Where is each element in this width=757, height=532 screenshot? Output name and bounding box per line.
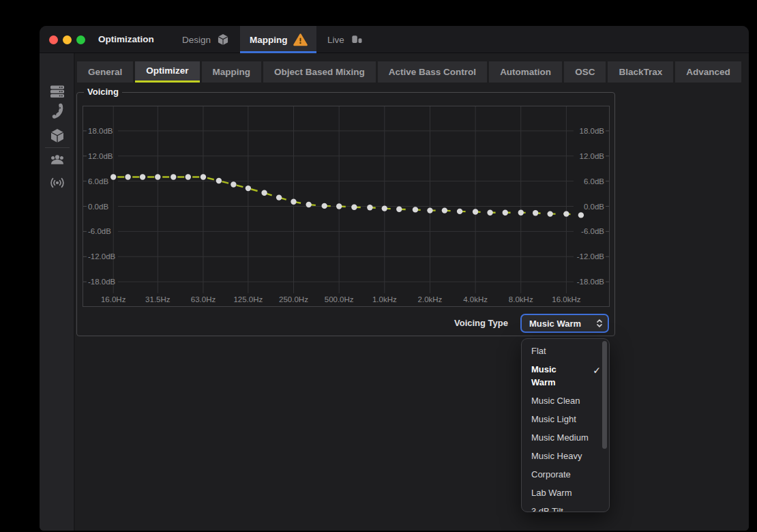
- curve-point[interactable]: [261, 190, 267, 196]
- curve-point[interactable]: [563, 211, 569, 216]
- curve-point[interactable]: [578, 212, 584, 218]
- voicing-type-label: Voicing Type: [440, 314, 508, 333]
- sidebar-divider: [45, 147, 70, 148]
- tab-active-bass-control[interactable]: Active Bass Control: [378, 61, 487, 83]
- curve-point[interactable]: [201, 174, 206, 179]
- curve-point[interactable]: [413, 207, 418, 212]
- curve-point[interactable]: [533, 210, 538, 216]
- curve-point[interactable]: [276, 194, 282, 200]
- menu-scrollbar-thumb[interactable]: [602, 341, 607, 449]
- titlebar-tab-design-label: Design: [182, 35, 211, 45]
- tab-object-based-mixing[interactable]: Object Based Mixing: [263, 61, 376, 83]
- x-tick-label: 31.5Hz: [145, 295, 170, 304]
- y-tick-label-left: -12.0dB: [88, 252, 116, 261]
- tab-general[interactable]: General: [77, 61, 133, 83]
- minimize-button[interactable]: [63, 35, 72, 44]
- curve-point[interactable]: [548, 211, 553, 216]
- sidebar-item-broadcast[interactable]: [49, 175, 65, 191]
- x-tick-label: 2.0kHz: [418, 295, 443, 304]
- curve-point[interactable]: [382, 205, 387, 211]
- x-tick-label: 16.0kHz: [552, 295, 580, 304]
- curve-point[interactable]: [110, 174, 116, 179]
- curve-point[interactable]: [427, 207, 432, 213]
- curve-point[interactable]: [140, 174, 145, 179]
- desktop-background: { "window": { "title": "Optimization" },…: [0, 0, 757, 532]
- x-tick-label: 1.0kHz: [372, 295, 397, 304]
- sidebar: [40, 53, 75, 531]
- curve-point[interactable]: [396, 207, 402, 212]
- menu-item-music-warm[interactable]: Music Warm ✓: [522, 360, 609, 391]
- voicing-type-selected-value: Music Warm: [529, 319, 596, 329]
- y-tick-label-left: -6.0dB: [88, 227, 111, 235]
- curve-point[interactable]: [231, 181, 236, 187]
- sidebar-item-amplifiers[interactable]: [49, 83, 65, 100]
- zoom-button[interactable]: [76, 35, 85, 44]
- curve-point[interactable]: [185, 174, 191, 179]
- curve-point[interactable]: [336, 203, 342, 209]
- menu-item-music-clean[interactable]: Music Clean: [522, 391, 609, 410]
- y-tick-label-left: 12.0dB: [88, 152, 113, 160]
- tab-mapping[interactable]: Mapping: [202, 61, 262, 83]
- menu-item-music-medium[interactable]: Music Medium: [522, 428, 609, 447]
- menu-item-corporate[interactable]: Corporate: [522, 465, 609, 484]
- voicing-group-label: Voicing: [84, 87, 122, 97]
- curve-point[interactable]: [473, 209, 478, 214]
- titlebar-tab-mapping[interactable]: Mapping: [240, 26, 316, 53]
- traffic-lights: [49, 26, 85, 53]
- curve-point[interactable]: [170, 174, 176, 179]
- tab-optimizer[interactable]: Optimizer: [135, 61, 199, 83]
- y-tick-label-right: 0.0dB: [584, 203, 604, 211]
- curve-point[interactable]: [306, 202, 312, 207]
- curve-point[interactable]: [503, 210, 508, 216]
- curve-point[interactable]: [291, 199, 296, 205]
- curve-point[interactable]: [322, 203, 327, 209]
- curve-point[interactable]: [155, 174, 160, 179]
- curve-point[interactable]: [216, 178, 222, 183]
- cube-icon: [216, 33, 230, 46]
- app-window: Optimization Design Mapping: [40, 26, 749, 531]
- curve-point[interactable]: [442, 207, 447, 213]
- window-title: Optimization: [98, 26, 154, 53]
- curve-point[interactable]: [518, 210, 524, 216]
- sidebar-item-groups[interactable]: [49, 151, 65, 168]
- menu-scrollbar[interactable]: [600, 340, 608, 511]
- tab-osc[interactable]: OSC: [564, 61, 606, 83]
- x-tick-label: 8.0kHz: [509, 295, 533, 304]
- y-tick-label-right: 12.0dB: [580, 152, 605, 160]
- curve-point[interactable]: [246, 186, 251, 191]
- menu-item-3db-tilt[interactable]: 3 dB Tilt: [522, 502, 609, 512]
- voicing-type-select[interactable]: Music Warm: [520, 314, 609, 333]
- sidebar-item-speaker-array[interactable]: [49, 103, 65, 119]
- voicing-curve-chart[interactable]: 16.0Hz31.5Hz63.0Hz125.0Hz250.0Hz500.0Hz1…: [83, 106, 610, 307]
- close-button[interactable]: [49, 35, 58, 44]
- curve-point[interactable]: [367, 205, 372, 210]
- titlebar-tab-live[interactable]: Live: [321, 26, 370, 53]
- menu-item-music-light[interactable]: Music Light: [522, 410, 609, 428]
- y-tick-label-right: 18.0dB: [580, 127, 605, 135]
- y-tick-label-right: -6.0dB: [581, 227, 604, 235]
- tab-advanced[interactable]: Advanced: [675, 61, 741, 83]
- y-tick-label-left: 6.0dB: [88, 177, 108, 186]
- x-tick-label: 500.0Hz: [325, 295, 354, 304]
- optimizer-tab-strip: General Optimizer Mapping Object Based M…: [77, 61, 741, 83]
- curve-point[interactable]: [125, 174, 130, 179]
- group-people-icon: [49, 151, 65, 168]
- layout-blocks-icon: [350, 33, 363, 46]
- cube-icon: [49, 128, 65, 144]
- titlebar-tab-design[interactable]: Design: [173, 26, 239, 53]
- menu-item-flat[interactable]: Flat: [522, 342, 609, 360]
- y-tick-label-right: -18.0dB: [577, 278, 605, 286]
- speaker-array-icon: [49, 103, 65, 119]
- curve-point[interactable]: [351, 205, 357, 210]
- tab-automation[interactable]: Automation: [489, 61, 562, 83]
- y-tick-label-left: 0.0dB: [88, 203, 108, 211]
- x-tick-label: 4.0kHz: [463, 295, 488, 304]
- y-tick-label-right: -12.0dB: [577, 252, 605, 261]
- tab-blacktrax[interactable]: BlackTrax: [608, 61, 673, 83]
- sidebar-item-objects[interactable]: [49, 128, 65, 144]
- curve-point[interactable]: [487, 210, 492, 216]
- curve-point[interactable]: [457, 209, 462, 214]
- menu-item-music-heavy[interactable]: Music Heavy: [522, 447, 609, 465]
- menu-item-lab-warm[interactable]: Lab Warm: [522, 484, 609, 502]
- y-tick-label-left: 18.0dB: [88, 127, 113, 135]
